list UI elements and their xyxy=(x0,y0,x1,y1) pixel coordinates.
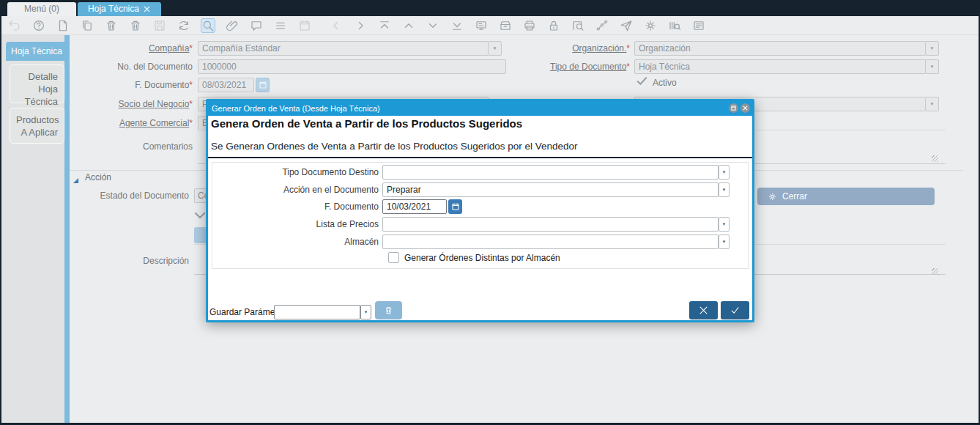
lista-precios-field[interactable] xyxy=(382,217,719,232)
delete-parameter-button[interactable] xyxy=(375,301,402,319)
no-documento-label: No. del Documento xyxy=(117,62,193,72)
cancel-x-icon xyxy=(698,305,709,316)
tipo-documento-dropdown-icon[interactable]: ▾ xyxy=(925,59,939,74)
record-info-icon[interactable] xyxy=(571,18,585,33)
lista-precios-label: Lista de Precios xyxy=(316,219,379,229)
guardar-parametro-dropdown-icon[interactable]: ▾ xyxy=(360,305,371,319)
toolbar xyxy=(1,16,979,35)
detail-record-icon[interactable] xyxy=(353,18,368,33)
send-mail-icon[interactable] xyxy=(619,18,634,33)
activo-label: Activo xyxy=(653,78,677,88)
lock-icon[interactable] xyxy=(546,18,561,33)
accion-documento-field[interactable]: Preparar xyxy=(382,182,719,197)
gear-icon xyxy=(768,192,777,202)
lista-precios-dropdown-icon[interactable]: ▾ xyxy=(719,217,730,232)
archive-icon[interactable] xyxy=(498,18,513,33)
compania-label[interactable]: Compañía* xyxy=(149,43,193,53)
comentarios-resize-handle[interactable] xyxy=(932,155,938,162)
tab-hoja-tecnica-label: Hoja Técnica xyxy=(88,2,139,16)
estado-documento-label: Estado del Documento xyxy=(100,191,189,201)
f-documento-field[interactable]: 08/03/2021 xyxy=(198,78,254,92)
accion-documento-label: Acción en el Documento xyxy=(283,185,379,195)
new-record-icon[interactable] xyxy=(56,18,70,33)
calendar-button-icon[interactable] xyxy=(256,78,270,92)
save-icon[interactable] xyxy=(152,18,167,33)
delete-selection-icon[interactable] xyxy=(128,18,143,33)
find-icon[interactable] xyxy=(201,18,215,33)
chat-icon[interactable] xyxy=(249,18,264,33)
maximize-icon[interactable] xyxy=(729,103,738,113)
undo-icon[interactable] xyxy=(7,18,22,33)
collapse-triangle-icon[interactable] xyxy=(73,174,79,180)
next-record-icon[interactable] xyxy=(426,18,440,33)
preferences-icon[interactable] xyxy=(643,18,658,33)
tipo-documento-destino-field[interactable] xyxy=(382,165,719,180)
chevron-down-icon[interactable] xyxy=(195,209,205,216)
agente-comercial-label[interactable]: Agente Comercial* xyxy=(119,118,193,128)
tipo-documento-field[interactable]: Hoja Técnica xyxy=(634,59,926,74)
tipo-documento-destino-dropdown-icon[interactable]: ▾ xyxy=(719,165,730,180)
accion-documento-dropdown-icon[interactable]: ▾ xyxy=(719,182,730,197)
ordenes-distintas-checkbox[interactable] xyxy=(388,252,399,263)
first-record-icon[interactable] xyxy=(377,18,392,33)
last-record-icon[interactable] xyxy=(450,18,464,33)
descripcion-resize-handle[interactable] xyxy=(932,268,938,275)
hidden-combo-dropdown-icon[interactable]: ▾ xyxy=(925,97,939,111)
comentarios-label: Comentarios xyxy=(143,141,193,152)
tab-hoja-tecnica[interactable]: Hoja Técnica xyxy=(78,2,161,16)
f-documento-label: F. Documento* xyxy=(135,80,193,90)
dialog-separator xyxy=(208,157,752,158)
activo-checkbox-icon[interactable] xyxy=(635,75,649,90)
accion-title: Acción xyxy=(85,172,111,182)
confirm-button[interactable] xyxy=(721,301,749,319)
dialog-calendar-button-icon[interactable] xyxy=(448,199,462,214)
cerrar-button-label: Cerrar xyxy=(782,191,807,202)
sidebar-header: Hoja Técnica xyxy=(6,42,70,61)
tipo-documento-destino-label: Tipo Documento Destino xyxy=(282,167,379,177)
delete-record-icon[interactable] xyxy=(104,18,119,33)
organizacion-dropdown-icon[interactable]: ▾ xyxy=(925,41,939,56)
cancel-button[interactable] xyxy=(689,301,718,319)
refresh-icon[interactable] xyxy=(177,18,191,33)
generar-orden-venta-dialog: Generar Orden de Venta (Desde Hoja Técni… xyxy=(206,99,754,322)
sidebar-tab-detalle-hoja-tecnica[interactable]: Detalle Hoja Técnica xyxy=(10,64,64,103)
ordenes-distintas-label: Generar Órdenes Distintas por Almacén xyxy=(404,253,560,263)
help-icon[interactable] xyxy=(31,18,46,33)
attachment-icon[interactable] xyxy=(225,18,240,33)
toggle-list-icon[interactable] xyxy=(273,18,288,33)
cerrar-button[interactable]: Cerrar xyxy=(757,188,935,205)
trash-icon xyxy=(384,306,393,315)
previous-record-icon[interactable] xyxy=(401,18,416,33)
dialog-f-documento-field[interactable]: 10/03/2021 xyxy=(382,199,447,214)
close-tab-icon[interactable] xyxy=(143,5,151,13)
guardar-parametro-field[interactable] xyxy=(274,305,360,319)
almacen-dropdown-icon[interactable]: ▾ xyxy=(719,234,730,249)
almacen-label: Almacén xyxy=(344,237,379,247)
descripcion-label: Descripción xyxy=(143,256,189,266)
tipo-documento-label[interactable]: Tipo de Documento* xyxy=(550,62,630,72)
dialog-heading: Genera Orden de Venta a Partir de los Pr… xyxy=(211,117,522,130)
log-icon[interactable] xyxy=(691,18,706,33)
parent-record-icon[interactable] xyxy=(329,18,344,33)
workflow-icon[interactable] xyxy=(595,18,609,33)
print-icon[interactable] xyxy=(522,18,537,33)
dialog-title-bar[interactable]: Generar Orden de Venta (Desde Hoja Técni… xyxy=(208,101,752,116)
calendar-icon[interactable] xyxy=(297,18,312,33)
tab-menu[interactable]: Menú (0) xyxy=(7,2,76,16)
dialog-description: Se Generan Ordenes de Venta a Partir de … xyxy=(211,141,578,152)
organizacion-label[interactable]: Organización.* xyxy=(572,43,630,53)
socio-negocio-label[interactable]: Socio del Negocio* xyxy=(119,99,193,109)
report-icon[interactable] xyxy=(474,18,489,33)
copy-record-icon[interactable] xyxy=(80,18,94,33)
close-icon[interactable] xyxy=(740,103,750,113)
confirm-check-icon xyxy=(730,305,740,316)
compania-dropdown-icon[interactable]: ▾ xyxy=(488,41,502,56)
no-documento-field[interactable]: 1000000 xyxy=(198,59,506,74)
compania-field[interactable]: Compañía Estándar xyxy=(198,41,489,56)
organizacion-field[interactable]: Organización xyxy=(634,41,926,56)
sidebar-accent-strip xyxy=(64,35,70,423)
almacen-field[interactable] xyxy=(382,234,719,249)
application-window: Menú (0) Hoja Técnica Hoja Técnica Detal… xyxy=(0,0,980,425)
sidebar-tab-productos-a-aplicar[interactable]: Productos A Aplicar xyxy=(10,108,64,144)
product-info-icon[interactable] xyxy=(667,18,682,33)
